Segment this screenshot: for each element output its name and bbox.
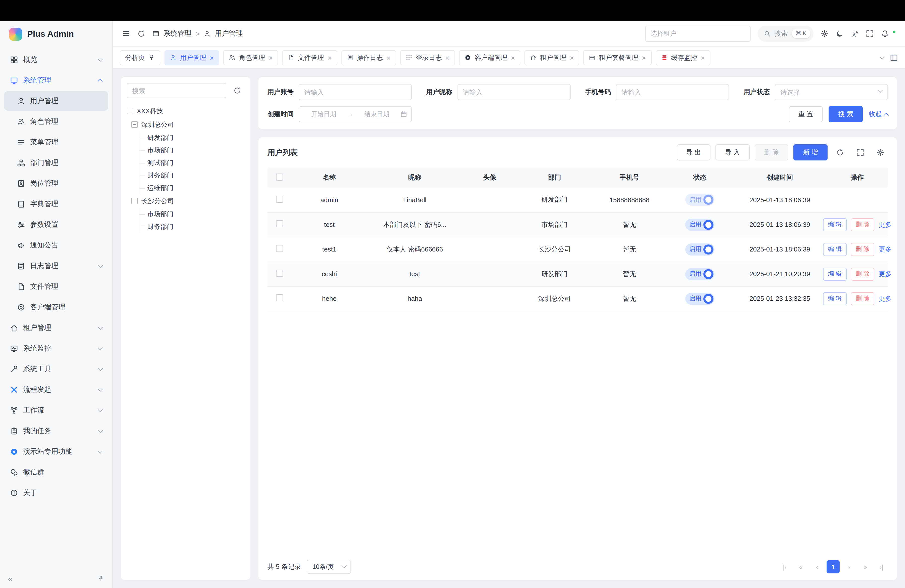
tree-node-company[interactable]: − 长沙分公司 xyxy=(131,194,245,208)
sidebar-item-wechat-group[interactable]: 微信群 xyxy=(4,462,108,482)
tree-leaf-department[interactable]: 财务部门 xyxy=(139,220,245,233)
sidebar-item-system-management[interactable]: 系统管理 xyxy=(4,70,108,90)
tab-role-management[interactable]: 角色管理 × xyxy=(223,50,278,65)
status-toggle[interactable]: 启用 xyxy=(685,268,714,280)
tree-leaf-department[interactable]: 运维部门 xyxy=(139,181,245,194)
select-all-checkbox[interactable] xyxy=(276,173,283,180)
tab-analysis[interactable]: 分析页 xyxy=(120,50,160,65)
status-toggle[interactable]: 启用 xyxy=(685,194,714,206)
sidebar-item-system-tools[interactable]: 系统工具 xyxy=(4,359,108,379)
sidebar-item-client-management[interactable]: 客户端管理 xyxy=(4,297,108,317)
more-link[interactable]: 更多 xyxy=(879,294,892,303)
status-select[interactable] xyxy=(775,84,888,100)
next-5-pages-button[interactable]: » xyxy=(859,560,872,574)
tab-cache-monitor[interactable]: 缓存监控 × xyxy=(656,50,710,65)
more-link[interactable]: 更多 xyxy=(879,269,892,278)
settings-gear-icon[interactable] xyxy=(821,29,829,38)
table-refresh-icon[interactable] xyxy=(833,145,848,160)
search-button[interactable]: 搜 索 xyxy=(829,106,863,122)
tab-login-log[interactable]: 登录日志 × xyxy=(400,50,455,65)
sidebar-item-department-management[interactable]: 部门管理 xyxy=(4,153,108,173)
delete-row-button[interactable]: 删 除 xyxy=(851,292,875,305)
sidebar-item-about[interactable]: 关于 xyxy=(4,483,108,502)
prev-5-pages-button[interactable]: « xyxy=(794,560,807,574)
page-size-select[interactable]: 10条/页 xyxy=(307,560,351,574)
content-fullscreen-icon[interactable] xyxy=(890,54,898,62)
sidebar-item-process-initiation[interactable]: 流程发起 xyxy=(4,380,108,399)
add-button[interactable]: 新 增 xyxy=(794,145,827,161)
tab-operation-log[interactable]: 操作日志 × xyxy=(341,50,396,65)
sidebar-item-overview[interactable]: 概览 xyxy=(4,50,108,70)
date-range-picker[interactable]: 开始日期 → 结束日期 xyxy=(298,106,412,122)
refresh-icon[interactable] xyxy=(137,29,145,38)
table-columns-gear-icon[interactable] xyxy=(873,145,888,160)
status-toggle[interactable]: 启用 xyxy=(685,243,714,255)
sidebar-item-file-management[interactable]: 文件管理 xyxy=(4,277,108,296)
close-icon[interactable]: × xyxy=(268,54,273,61)
page-number-current[interactable]: 1 xyxy=(827,560,840,574)
sidebar-item-role-management[interactable]: 角色管理 xyxy=(4,112,108,131)
sidebar-item-system-monitor[interactable]: 系统监控 xyxy=(4,338,108,358)
delete-row-button[interactable]: 删 除 xyxy=(851,243,875,256)
tree-node-company[interactable]: − 深圳总公司 xyxy=(131,118,245,131)
tenant-select-input[interactable] xyxy=(645,25,750,41)
close-icon[interactable]: × xyxy=(701,54,705,61)
global-search[interactable]: 搜索 ⌘ K xyxy=(757,25,813,41)
tree-leaf-department[interactable]: 研发部门 xyxy=(139,131,245,144)
sidebar-item-dictionary-management[interactable]: 字典管理 xyxy=(4,194,108,214)
sidebar-item-notice-announcement[interactable]: 通知公告 xyxy=(4,235,108,255)
reset-button[interactable]: 重 置 xyxy=(789,106,823,122)
tree-expander-icon[interactable]: − xyxy=(127,108,133,114)
tree-expander-icon[interactable]: − xyxy=(131,198,138,204)
status-toggle[interactable]: 启用 xyxy=(685,219,714,230)
sidebar-item-workflow[interactable]: 工作流 xyxy=(4,400,108,420)
close-icon[interactable]: × xyxy=(511,54,515,61)
tree-leaf-department[interactable]: 市场部门 xyxy=(139,144,245,156)
edit-button[interactable]: 编 辑 xyxy=(823,218,847,231)
pin-icon[interactable] xyxy=(148,54,155,61)
more-link[interactable]: 更多 xyxy=(879,220,892,229)
prev-page-button[interactable]: ‹ xyxy=(810,560,824,574)
phone-input[interactable] xyxy=(616,84,729,100)
edit-button[interactable]: 编 辑 xyxy=(823,267,847,280)
last-page-button[interactable]: ›| xyxy=(875,560,888,574)
tab-list-dropdown-icon[interactable] xyxy=(880,54,884,59)
tree-expander-icon[interactable]: − xyxy=(131,121,138,128)
status-toggle[interactable]: 启用 xyxy=(685,292,714,305)
row-checkbox[interactable] xyxy=(276,195,283,203)
close-icon[interactable]: × xyxy=(327,54,332,61)
tree-leaf-department[interactable]: 测试部门 xyxy=(139,156,245,169)
collapse-filters-link[interactable]: 收起 xyxy=(869,110,888,119)
tree-leaf-department[interactable]: 市场部门 xyxy=(139,208,245,220)
fullscreen-icon[interactable] xyxy=(866,29,874,38)
dark-mode-moon-icon[interactable] xyxy=(836,29,844,38)
sidebar-item-log-management[interactable]: 日志管理 xyxy=(4,256,108,276)
edit-button[interactable]: 编 辑 xyxy=(823,243,847,256)
close-icon[interactable]: × xyxy=(570,54,574,61)
sidebar-item-menu-management[interactable]: 菜单管理 xyxy=(4,132,108,152)
tab-tenant-management[interactable]: 租户管理 × xyxy=(524,50,579,65)
collapse-sidebar-button[interactable]: « xyxy=(8,574,12,583)
next-page-button[interactable]: › xyxy=(843,560,856,574)
tree-search-input[interactable] xyxy=(127,83,226,98)
row-checkbox[interactable] xyxy=(276,294,283,301)
tab-user-management[interactable]: 用户管理 × xyxy=(164,50,219,65)
delete-row-button[interactable]: 删 除 xyxy=(851,267,875,280)
tree-refresh-icon[interactable] xyxy=(230,84,245,98)
breadcrumb-section[interactable]: 系统管理 xyxy=(164,29,192,38)
close-icon[interactable]: × xyxy=(386,54,391,61)
tab-client-management[interactable]: 客户端管理 × xyxy=(459,50,520,65)
close-icon[interactable]: × xyxy=(210,54,214,61)
sidebar-item-post-management[interactable]: 岗位管理 xyxy=(4,173,108,193)
tree-leaf-department[interactable]: 财务部门 xyxy=(139,169,245,181)
sidebar-item-tenant-management[interactable]: 租户管理 xyxy=(4,318,108,337)
status-select-input[interactable] xyxy=(775,84,888,100)
first-page-button[interactable]: |‹ xyxy=(778,560,791,574)
account-input[interactable] xyxy=(298,84,412,100)
sidebar-item-my-tasks[interactable]: 我的任务 xyxy=(4,421,108,441)
import-button[interactable]: 导 入 xyxy=(716,145,749,161)
row-checkbox[interactable] xyxy=(276,245,283,252)
delete-row-button[interactable]: 删 除 xyxy=(851,218,875,231)
translate-icon[interactable]: 文A xyxy=(851,29,859,38)
sidebar-item-demo-features[interactable]: 演示站专用功能 xyxy=(4,442,108,461)
